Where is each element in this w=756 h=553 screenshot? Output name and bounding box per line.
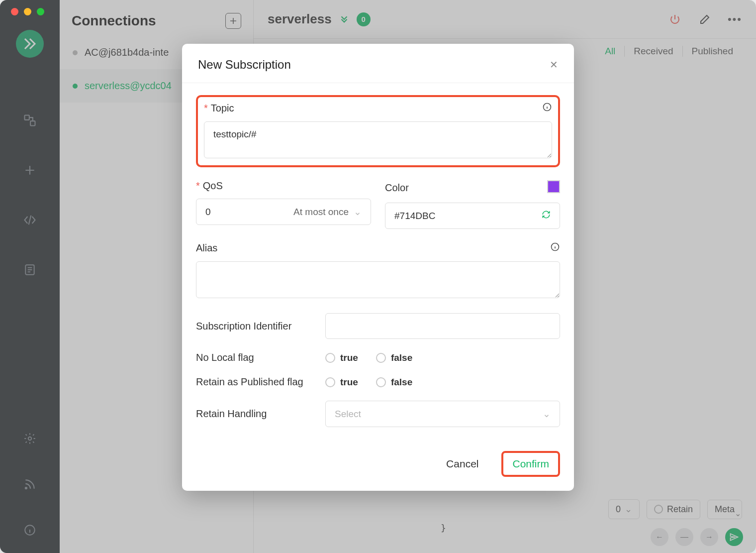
qos-select[interactable]: 0 At most once ⌄ (196, 199, 371, 225)
chevron-down-icon: ⌄ (543, 408, 551, 420)
retain-pub-label: Retain as Published flag (196, 376, 310, 388)
chevron-down-icon: ⌄ (354, 206, 362, 218)
color-input[interactable]: #714DBC (385, 203, 560, 229)
required-marker: * (204, 103, 208, 114)
window-controls (11, 8, 44, 15)
new-subscription-modal: New Subscription ✕ * Topic (182, 44, 574, 491)
no-local-false[interactable]: false (376, 352, 412, 363)
no-local-label: No Local flag (196, 352, 310, 363)
color-preview[interactable] (547, 180, 560, 193)
retain-pub-false[interactable]: false (376, 377, 412, 388)
retain-pub-true[interactable]: true (325, 377, 358, 388)
retain-handling-label: Retain Handling (196, 408, 310, 420)
refresh-icon[interactable] (542, 210, 551, 221)
info-icon[interactable] (550, 242, 560, 254)
alias-label: Alias (196, 242, 217, 254)
sub-id-label: Subscription Identifier (196, 321, 310, 332)
radio-icon (376, 377, 386, 387)
qos-label: QoS (203, 180, 223, 192)
cancel-button[interactable]: Cancel (437, 453, 487, 475)
app-window: Connections AC@j681b4da-inte serverless@… (0, 0, 756, 553)
radio-icon (325, 353, 335, 363)
color-label: Color (385, 182, 409, 194)
close-icon[interactable]: ✕ (550, 59, 558, 71)
radio-icon (325, 377, 335, 387)
radio-icon (376, 353, 386, 363)
retain-handling-select[interactable]: Select ⌄ (325, 401, 560, 427)
modal-title: New Subscription (198, 58, 291, 72)
no-local-true[interactable]: true (325, 352, 358, 363)
window-zoom[interactable] (37, 8, 44, 15)
alias-input[interactable] (196, 261, 560, 298)
topic-input[interactable] (204, 121, 552, 158)
topic-label: Topic (211, 103, 234, 114)
modal-overlay[interactable]: New Subscription ✕ * Topic (0, 0, 756, 553)
topic-highlight: * Topic (196, 95, 560, 167)
sub-id-input[interactable] (325, 313, 560, 339)
confirm-button[interactable]: Confirm (501, 451, 560, 477)
info-icon[interactable] (542, 102, 552, 114)
window-close[interactable] (11, 8, 18, 15)
window-minimize[interactable] (24, 8, 31, 15)
required-marker: * (196, 180, 200, 192)
